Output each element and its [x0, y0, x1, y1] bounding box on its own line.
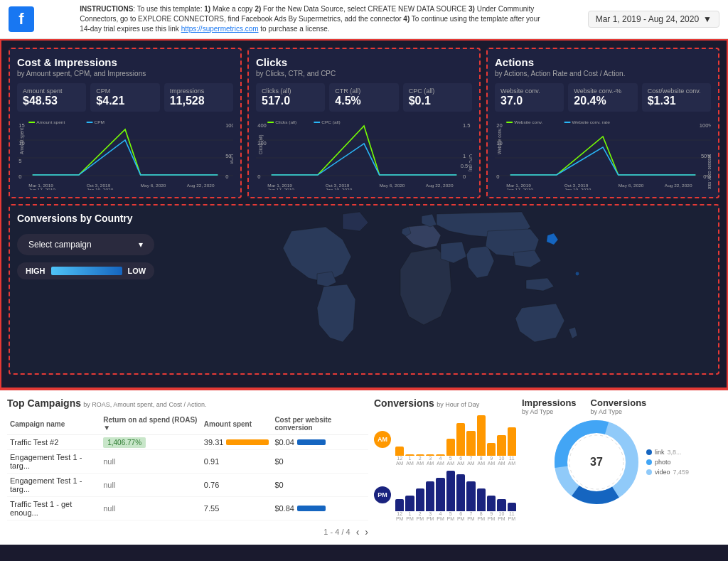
svg-text:Website conv. rate: Website conv. rate — [572, 119, 611, 124]
am-hour-label: 7 AM — [466, 456, 475, 466]
select-campaign-dropdown[interactable]: Select campaign ▾ — [17, 234, 154, 255]
actions-panel: Actions by Actions, Action Rate and Cost… — [486, 48, 719, 198]
campaign-name-cell: Traffic Test #2 — [7, 435, 100, 450]
svg-point-66 — [550, 235, 554, 240]
hour-chart: AM 12 AM1 AM2 AM3 AM4 AM5 AM6 AM7 AM8 AM… — [374, 413, 516, 521]
clicks-panel: Clicks by Clicks, CTR, and CPC Clicks (a… — [247, 48, 481, 198]
map-legend: HIGH LOW — [17, 262, 154, 279]
pm-hour-label: 1 PM — [405, 511, 414, 521]
conv-ad-type-title: Conversions — [591, 397, 647, 408]
pm-bar — [436, 478, 444, 511]
svg-rect-16 — [28, 122, 35, 123]
cost-impressions-title: Cost & Impressions — [17, 56, 233, 68]
roas-value: null — [103, 481, 115, 489]
pm-bar — [416, 488, 424, 511]
header: f INSTRUCTIONS: To use this template: 1)… — [0, 0, 728, 39]
impressions-title-block: Impressions by Ad Type — [522, 397, 577, 415]
clicks-all-value: 517.0 — [262, 95, 319, 107]
pagination: 1 - 4 / 4 ‹ › — [7, 526, 368, 538]
am-hour-label: 5 AM — [446, 456, 455, 466]
actions-subtitle: by Actions, Action Rate and Cost / Actio… — [495, 70, 711, 78]
svg-text:0: 0 — [18, 173, 21, 180]
cost-cell: $0 — [272, 474, 368, 497]
cost-value: $0.04 — [274, 438, 365, 447]
pm-bar — [405, 496, 414, 511]
am-hour-label: 1 AM — [405, 456, 414, 466]
top-campaigns-title: Top Campaigns — [7, 397, 81, 409]
svg-text:Clicks (all): Clicks (all) — [275, 119, 296, 124]
roas-cell: null — [100, 497, 201, 520]
impressions-panel: Impressions by Ad Type Conversions by Ad… — [522, 397, 721, 538]
top-campaigns-panel: Top Campaigns by ROAS, Amount spent, and… — [7, 397, 368, 538]
am-bars-container: 12 AM1 AM2 AM3 AM4 AM5 AM6 AM7 AM8 AM9 A… — [395, 413, 516, 466]
roas-value: null — [103, 457, 115, 466]
photo-dot — [646, 459, 652, 465]
svg-text:100%: 100% — [700, 122, 711, 129]
top-panels-row: Cost & Impressions by Amount spent, CPM,… — [9, 48, 719, 198]
video-value: 7,459 — [673, 469, 689, 476]
am-hour-label: 6 AM — [456, 456, 465, 466]
cpm-label: CPM — [96, 87, 154, 95]
amount-spent-value: $48.53 — [23, 95, 80, 107]
amount-bar-fill — [226, 439, 269, 445]
impressions-title: Impressions — [522, 397, 577, 408]
instructions-text: INSTRUCTIONS: To use this template: 1) M… — [80, 4, 542, 34]
legend-low-label: LOW — [128, 267, 146, 275]
video-dot — [646, 469, 652, 475]
date-range-picker[interactable]: Mar 1, 2019 - Aug 24, 2020 ▼ — [588, 11, 719, 28]
col-roas[interactable]: Return on ad spend (ROAS) ▼ — [100, 413, 201, 435]
ctr-value: 4.5% — [335, 95, 392, 107]
cost-cell: $0 — [272, 450, 368, 474]
website-conv-label: Website conv. — [500, 87, 558, 95]
map-controls: Select campaign ▾ HIGH LOW — [17, 234, 154, 279]
supermetrics-link[interactable]: https://supermetrics.com — [181, 25, 259, 33]
next-page-button[interactable]: › — [365, 526, 368, 538]
svg-text:1: 1 — [463, 153, 466, 159]
donut-legend: link 3,8... photo video 7,459 — [646, 449, 689, 476]
am-hour-label: 10 AM — [497, 456, 505, 466]
pm-bar — [456, 474, 465, 511]
cpc-label: CPC (all) — [409, 87, 466, 95]
impressions-value: 11,528 — [170, 95, 228, 107]
pm-hour-label: 8 PM — [477, 511, 486, 521]
am-hour-label: 9 AM — [487, 456, 496, 466]
svg-text:Aug 22, 2020: Aug 22, 2020 — [187, 183, 215, 188]
svg-rect-61 — [564, 122, 571, 123]
website-conv-pct-box: Website conv.-% 20.4% — [568, 83, 637, 112]
clicks-all-label: Clicks (all) — [262, 87, 319, 95]
pm-hour-label: 9 PM — [487, 511, 496, 521]
photo-label: photo — [655, 459, 671, 466]
dashboard: Cost & Impressions by Amount spent, CPM,… — [0, 39, 728, 389]
video-label: video — [655, 469, 670, 476]
link-dot — [646, 449, 652, 455]
am-bar — [487, 443, 496, 456]
svg-text:CPC (all): CPC (all) — [469, 154, 472, 171]
col-cost-conv: Cost per website conversion — [272, 413, 368, 435]
campaign-name-cell: Traffic Test 1 - get enoug... — [7, 497, 100, 520]
svg-text:Website conv. rate: Website conv. rate — [707, 154, 711, 190]
am-bar — [395, 447, 404, 456]
cost-bar-fill — [297, 506, 326, 511]
svg-text:May 6, 2020: May 6, 2020 — [380, 183, 405, 188]
cost-impressions-panel: Cost & Impressions by Amount spent, CPM,… — [9, 48, 242, 198]
pm-bar — [477, 488, 486, 511]
legend-high-label: HIGH — [26, 267, 46, 275]
amount-bar-container: 7.55 — [204, 504, 269, 513]
svg-text:Jan 19, 2020: Jan 19, 2020 — [564, 187, 592, 190]
website-conv-pct-label: Website conv.-% — [574, 87, 631, 95]
cpm-value: $4.21 — [96, 95, 154, 107]
pm-hour-label: 6 PM — [456, 511, 465, 521]
cost-value: $0 — [274, 457, 365, 466]
table-row: Engagement Test 1 - targ...null0.91$0 — [7, 450, 368, 474]
cost-impressions-metrics: Amount spent $48.53 CPM $4.21 Impression… — [17, 83, 233, 112]
svg-text:0: 0 — [496, 173, 499, 180]
svg-rect-38 — [267, 122, 274, 123]
cost-cell: $0.04 — [272, 435, 368, 450]
pm-hour-label: 4 PM — [436, 511, 444, 521]
am-bar — [466, 431, 475, 456]
conv-ad-type-subtitle: by Ad Type — [591, 408, 647, 415]
prev-page-button[interactable]: ‹ — [356, 526, 360, 538]
amount-cell: 7.55 — [201, 497, 272, 520]
conv-hour-title: Conversions — [374, 397, 434, 409]
am-bar — [508, 427, 516, 456]
